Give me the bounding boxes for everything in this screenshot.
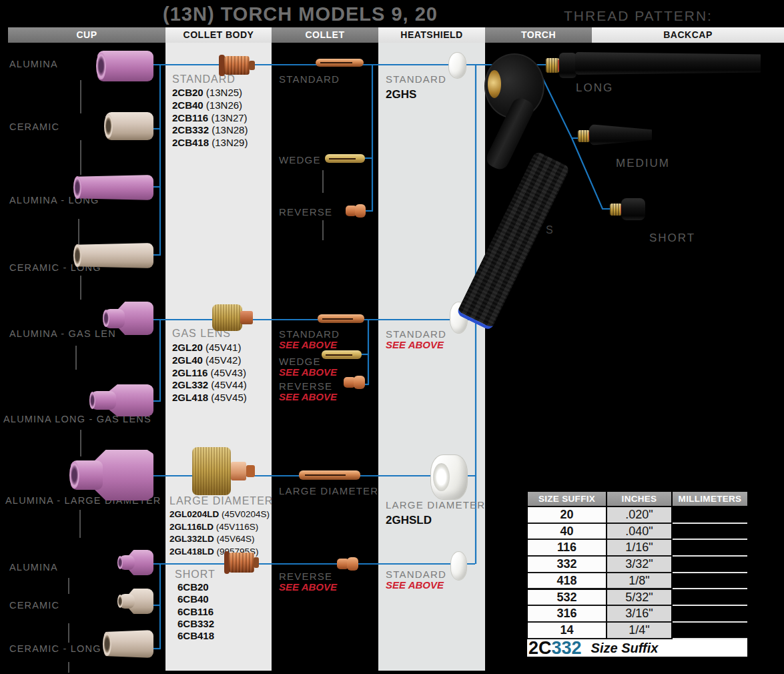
- large-diameter-body-image: [192, 447, 255, 495]
- collet-body-threads: [229, 553, 254, 573]
- backcap-thread-image: [546, 58, 559, 73]
- part-reference: (45V42): [203, 354, 242, 366]
- cup-opening: [73, 244, 81, 266]
- collet-section-label: LARGE DIAMETER: [279, 485, 378, 496]
- part-code: 2GL20: [172, 342, 203, 353]
- part-code: 6CB20: [177, 581, 209, 593]
- part-code: 2GL116: [172, 367, 208, 378]
- part-reference: (45V64S): [214, 534, 255, 544]
- millimeters-cell: [673, 590, 747, 607]
- backcap-long-collar: [559, 53, 576, 78]
- divider-line: [322, 220, 324, 240]
- heatshield-section-label: LARGE DIAMETER: [386, 499, 485, 511]
- cup-image: [97, 51, 153, 81]
- collet-slot: [326, 354, 352, 356]
- part-number: 2CB116 (13N27): [172, 112, 248, 123]
- size-suffix-cell: 532: [528, 590, 606, 607]
- wedge-collet-image: [325, 154, 365, 163]
- cup-opening: [117, 556, 123, 569]
- collet-section-label: REVERSE: [279, 571, 332, 582]
- divider-line: [68, 662, 69, 673]
- part-number: 2GL0204LD (45V0204S): [169, 509, 270, 519]
- collet-body-threads: [224, 56, 250, 75]
- size-suffix-cell: 20: [528, 507, 606, 524]
- example-prefix: 2C: [528, 638, 552, 659]
- gas-lens-body-image: [212, 304, 255, 331]
- backcap-label: SHORT: [649, 232, 695, 245]
- gas-lens-stub: [240, 311, 253, 324]
- collet-section-label: WEDGE: [279, 154, 321, 165]
- collet-body-tip: [249, 61, 255, 71]
- partial-hidden-text: S: [546, 224, 553, 236]
- part-number: 2CB20 (13N25): [172, 87, 242, 98]
- cup-opening: [73, 176, 81, 198]
- reverse-collet-image: [346, 204, 366, 218]
- see-above-note: SEE ABOVE: [279, 391, 337, 402]
- part-reference: (45V43): [208, 367, 246, 378]
- inches-cell: 1/4": [607, 623, 671, 639]
- cup-body: [104, 630, 153, 658]
- collet-body-section-title: SHORT: [175, 569, 216, 581]
- size-suffix-cell: 40: [528, 524, 606, 541]
- see-above-note: SEE ABOVE: [386, 579, 444, 591]
- ld-disc: [192, 447, 231, 495]
- ld-tip: [246, 465, 255, 476]
- heatshield-section-label: STANDARD: [386, 328, 446, 340]
- divider-line: [75, 346, 77, 370]
- millimeters-cell: [673, 540, 747, 557]
- ld-stub: [231, 462, 246, 481]
- part-code: 6CB116: [177, 606, 214, 617]
- part-number: 6CB20: [177, 581, 209, 593]
- part-number: 6CB332: [177, 618, 214, 629]
- collet-body-section-title: STANDARD: [172, 73, 236, 85]
- collet-body-image: [224, 553, 259, 573]
- millimeters-cell: [673, 623, 747, 639]
- backcap-thread-image: [578, 130, 590, 142]
- part-code: 2GL418LD: [169, 547, 214, 557]
- torch-brass-inlet: [488, 70, 501, 98]
- divider-line: [68, 578, 69, 594]
- size-suffix-cell: 316: [528, 606, 606, 623]
- see-above-note: SEE ABOVE: [279, 339, 337, 350]
- cup-image: [104, 630, 153, 658]
- table-header-cell: INCHES: [607, 492, 671, 506]
- backcap-long-image: [575, 52, 761, 75]
- part-code: 2GL418: [172, 392, 208, 403]
- example-highlighted-suffix: 332: [552, 638, 582, 659]
- torch-handle-image: [456, 150, 570, 331]
- collet-slot: [305, 474, 346, 476]
- heatshield-image: [450, 551, 467, 581]
- cup-opening: [103, 310, 109, 327]
- part-reference: (45V116S): [214, 522, 258, 532]
- cup-image: [119, 550, 153, 575]
- gas-lens-disc: [212, 304, 242, 331]
- cup-label: ALUMINA: [9, 562, 58, 573]
- rev-small: [354, 376, 365, 389]
- heatshield-part-code: 2GHS: [386, 88, 416, 101]
- part-number: 2GL332 (45V44): [172, 379, 247, 390]
- table-header-cell: MILLIMETERS: [673, 492, 747, 506]
- part-reference: (13N26): [204, 99, 242, 111]
- table-header-cell: SIZE SUFFIX: [528, 492, 606, 506]
- heatshield-image: [430, 454, 468, 500]
- rev-small: [347, 557, 358, 571]
- part-reference: (45V44): [208, 379, 247, 390]
- collet-body-image: [219, 56, 255, 75]
- cup-label: ALUMINA - GAS LEN: [9, 328, 116, 339]
- cup-label: CERAMIC: [9, 121, 59, 132]
- heatshield-section-label: STANDARD: [386, 73, 446, 85]
- divider-line: [322, 170, 324, 193]
- cup-opening: [117, 595, 123, 608]
- part-number: 2CB418 (13N29): [172, 137, 248, 148]
- part-code: 2GL332LD: [169, 534, 214, 544]
- part-number: 2GL116 (45V43): [172, 367, 246, 378]
- inches-cell: 3/32": [607, 557, 671, 573]
- part-reference: (45V41): [203, 342, 242, 353]
- collet-section-label: REVERSE: [279, 206, 332, 218]
- collet-section-label: STANDARD: [279, 73, 340, 85]
- part-number: 2GL332LD (45V64S): [169, 534, 255, 544]
- collet-body-section-title: LARGE DIAMETER: [169, 495, 273, 507]
- part-reference: (13N28): [209, 124, 248, 135]
- part-code: 2GL116LD: [169, 522, 214, 532]
- see-above-note: SEE ABOVE: [279, 366, 337, 378]
